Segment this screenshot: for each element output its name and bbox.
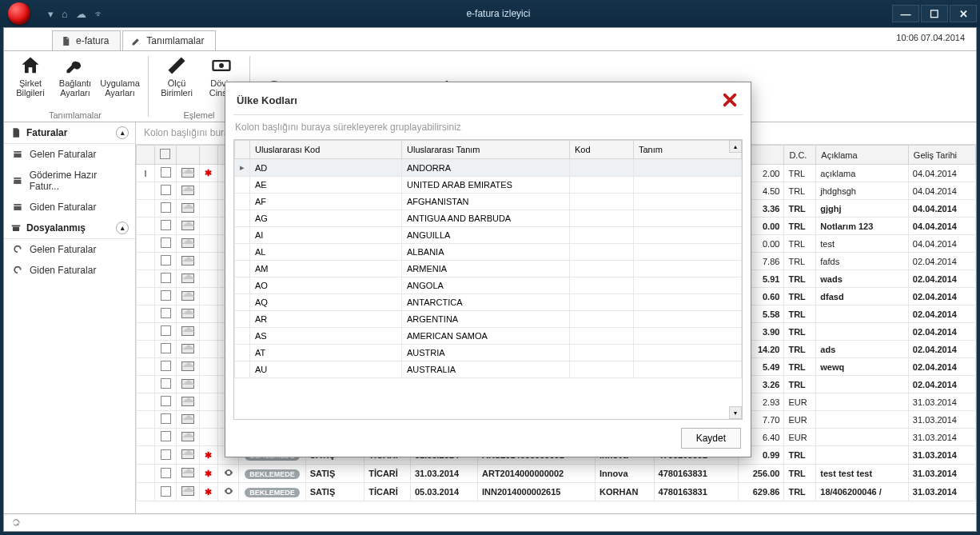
tab-label: Tanımlamalar: [146, 35, 204, 46]
row-checkbox[interactable]: [161, 220, 171, 230]
save-button[interactable]: Kaydet: [681, 428, 741, 449]
clock-label: 10:06 07.04.2014: [896, 33, 965, 42]
row-checkbox[interactable]: [161, 449, 171, 460]
country-row[interactable]: AOANGOLA: [235, 277, 742, 294]
row-checkbox[interactable]: [161, 255, 171, 266]
country-row[interactable]: AGANTIGUA AND BARBUDA: [235, 210, 742, 227]
row-checkbox[interactable]: [161, 273, 171, 283]
row-checkbox[interactable]: [161, 290, 171, 301]
minimize-button[interactable]: —: [892, 5, 919, 22]
row-checkbox[interactable]: [161, 167, 171, 178]
country-row[interactable]: AUAUSTRALIA: [235, 361, 742, 378]
sidebar-item[interactable]: Göderime Hazır Fatur...: [4, 165, 135, 197]
country-row[interactable]: AMARMENIA: [235, 261, 742, 277]
envelope-icon: [181, 379, 194, 389]
col-name[interactable]: Tanım: [634, 141, 742, 159]
country-row[interactable]: AIANGUILLA: [235, 227, 742, 244]
envelope-icon: [181, 326, 194, 336]
modal-close-button[interactable]: [720, 90, 739, 110]
ribbon-group-tanimlamalar: Şirket Bilgileri Bağlantı Ayarları Uygul…: [4, 51, 146, 122]
close-button[interactable]: ✕: [950, 5, 977, 22]
status-bar: [4, 513, 976, 531]
btn-sirket-bilgileri[interactable]: Şirket Bilgileri: [10, 54, 50, 109]
refresh-icon[interactable]: [10, 517, 22, 529]
table-row[interactable]: ✱ BEKLEMEDE SATIŞTİCARİ31.03.2014ART2014…: [137, 465, 976, 483]
col-int-code[interactable]: Uluslararası Kod: [250, 141, 402, 159]
sidebar-item[interactable]: Gelen Faturalar: [4, 144, 135, 165]
country-row[interactable]: AQANTARCTICA: [235, 294, 742, 311]
envelope-icon: [181, 221, 194, 230]
btn-label: Ölçü Birimleri: [157, 78, 197, 98]
row-checkbox[interactable]: [161, 185, 171, 195]
money-icon: [210, 54, 233, 77]
envelope-icon: [181, 309, 194, 318]
bug-icon: ✱: [205, 450, 212, 460]
panel-header-dosyalanmis[interactable]: Dosyalanmış ▴: [4, 218, 135, 239]
row-marker-col: [235, 141, 250, 159]
sidebar-item[interactable]: Gelen Faturalar: [4, 239, 135, 260]
panel-header-faturalar[interactable]: Faturalar ▴: [4, 122, 135, 144]
envelope-icon: [181, 361, 194, 371]
country-row[interactable]: ALALBANIA: [235, 244, 742, 261]
envelope-icon: [181, 486, 194, 496]
collapse-icon[interactable]: ▴: [116, 222, 129, 234]
app-logo: [8, 2, 30, 25]
scroll-down-button[interactable]: ▾: [729, 406, 742, 419]
window-titlebar: ▾ ⌂ ☁ ᯤ e-fatura izleyici — ☐ ✕: [0, 0, 980, 27]
modal-title: Ülke Kodları: [237, 94, 297, 106]
row-checkbox[interactable]: [161, 202, 171, 213]
country-row[interactable]: AEUNITED ARAB EMIRATES: [235, 177, 742, 194]
window-title: e-fatura izleyici: [113, 8, 884, 19]
btn-uygulama-ayarlari[interactable]: Uygulama Ayarları: [100, 54, 140, 109]
collapse-icon[interactable]: ▴: [116, 126, 129, 139]
status-badge: BEKLEMEDE: [245, 469, 300, 479]
country-row[interactable]: ▸ ADANDORRA: [235, 159, 742, 177]
envelope-icon: [181, 468, 194, 477]
envelope-icon: [181, 449, 194, 459]
row-checkbox[interactable]: [161, 361, 171, 371]
tab-tanimlamalar[interactable]: Tanımlamalar: [122, 30, 216, 50]
qat-dropdown-icon[interactable]: ▾: [48, 8, 54, 20]
row-checkbox[interactable]: [161, 308, 171, 318]
qat-icons: ▾ ⌂ ☁ ᯤ: [48, 8, 105, 20]
row-checkbox[interactable]: [161, 238, 171, 248]
country-row[interactable]: ASAMERICAN SAMOA: [235, 328, 742, 345]
col-code[interactable]: Kod: [570, 141, 634, 159]
scroll-up-button[interactable]: ▴: [729, 140, 742, 153]
home-icon[interactable]: ⌂: [62, 8, 68, 20]
table-row[interactable]: ✱ BEKLEMEDE SATIŞTİCARİ05.03.2014INN2014…: [137, 483, 976, 501]
document-icon: [10, 127, 22, 138]
btn-baglanti-ayarlari[interactable]: Bağlantı Ayarları: [55, 54, 95, 109]
row-checkbox[interactable]: [161, 325, 171, 336]
sidebar-item-label: Gelen Faturalar: [30, 244, 96, 255]
row-checkbox[interactable]: [161, 413, 171, 424]
key-icon: [64, 54, 86, 77]
row-checkbox[interactable]: [161, 431, 171, 441]
sidebar-item-label: Göderime Hazır Fatur...: [30, 170, 127, 192]
btn-label: Şirket Bilgileri: [10, 78, 50, 98]
row-checkbox[interactable]: [161, 396, 171, 406]
envelope-icon: [181, 168, 194, 178]
row-checkbox[interactable]: [161, 486, 171, 497]
maximize-button[interactable]: ☐: [921, 5, 948, 22]
col-int-name[interactable]: Uluslararası Tanım: [402, 141, 570, 159]
country-row[interactable]: ATAUSTRIA: [235, 345, 742, 361]
tab-efatura[interactable]: e-fatura: [52, 30, 121, 50]
row-checkbox[interactable]: [161, 343, 171, 353]
wifi-icon[interactable]: ᯤ: [94, 8, 105, 20]
envelope-icon: [181, 186, 194, 195]
tab-label: e-fatura: [76, 35, 109, 46]
sidebar-item[interactable]: Giden Faturalar: [4, 260, 135, 281]
item-icon: [12, 175, 23, 186]
cloud-icon[interactable]: ☁: [76, 8, 86, 20]
eye-icon: [223, 485, 234, 497]
country-codes-modal: Ülke Kodları Kolon başlığını buraya süre…: [225, 82, 751, 457]
btn-olcu-birimleri[interactable]: Ölçü Birimleri: [157, 54, 197, 109]
row-checkbox[interactable]: [161, 378, 171, 389]
bug-icon: ✱: [205, 469, 212, 478]
country-row[interactable]: AFAFGHANISTAN: [235, 194, 742, 210]
row-checkbox[interactable]: [161, 468, 171, 478]
document-icon: [61, 36, 71, 46]
sidebar-item[interactable]: Giden Faturalar: [4, 197, 135, 218]
country-row[interactable]: ARARGENTINA: [235, 311, 742, 328]
